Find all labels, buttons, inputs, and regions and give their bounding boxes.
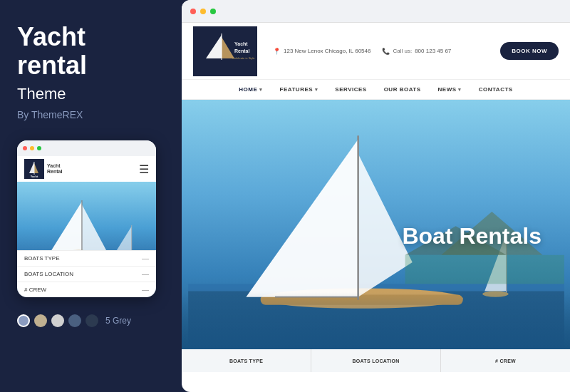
site-hero: Boat Rentals BOATS TYPE BOATS LOCATION #… bbox=[182, 100, 570, 372]
svg-marker-10 bbox=[116, 226, 132, 251]
filter-boats-location[interactable]: BOATS LOCATION bbox=[311, 349, 441, 372]
location-icon: 📍 bbox=[273, 48, 281, 55]
nav-news[interactable]: NEWS ▾ bbox=[438, 86, 462, 93]
color-swatch-5[interactable] bbox=[86, 314, 98, 327]
filter-crew[interactable]: # CREW bbox=[441, 349, 570, 372]
color-swatch-2[interactable] bbox=[34, 314, 47, 327]
hero-background: Boat Rentals BOATS TYPE BOATS LOCATION #… bbox=[182, 100, 570, 372]
hamburger-icon[interactable]: ☰ bbox=[139, 163, 149, 176]
theme-by: By ThemeREX bbox=[17, 109, 157, 120]
desktop-mockup: Yacht Rental Celebrate in Style 📍 123 Ne… bbox=[182, 0, 570, 392]
desktop-browser-bar bbox=[182, 0, 570, 23]
mobile-browser-bar bbox=[17, 140, 156, 156]
mobile-logo-icon: Yacht bbox=[24, 159, 44, 179]
left-panel: Yacht rental Theme By ThemeREX Yacht bbox=[0, 0, 175, 392]
color-label: 5 Grey bbox=[105, 316, 131, 326]
nav-contacts[interactable]: CONTACTS bbox=[479, 86, 513, 93]
color-swatches: 5 Grey bbox=[17, 314, 157, 327]
svg-text:Rental: Rental bbox=[234, 48, 249, 53]
mobile-nav: Yacht Yacht Rental ☰ bbox=[17, 156, 156, 182]
site-phone: 📞 Call us: 800 123 45 67 bbox=[382, 48, 451, 55]
nav-features[interactable]: FEATURES ▾ bbox=[280, 86, 318, 93]
book-now-button[interactable]: BOOK NOW bbox=[500, 42, 559, 60]
site-topbar: Yacht Rental Celebrate in Style 📍 123 Ne… bbox=[182, 23, 570, 80]
nav-services[interactable]: SERVICES bbox=[335, 86, 366, 93]
mobile-filter-label-2: BOATS LOCATION bbox=[24, 271, 73, 277]
desktop-site-content: Yacht Rental Celebrate in Style 📍 123 Ne… bbox=[182, 23, 570, 392]
nav-home-arrow: ▾ bbox=[259, 87, 263, 92]
mobile-filter-bars: BOATS TYPE — BOATS LOCATION — # CREW — bbox=[17, 250, 156, 297]
site-filterbar: BOATS TYPE BOATS LOCATION # CREW bbox=[182, 349, 570, 372]
nav-home[interactable]: HOME ▾ bbox=[239, 86, 262, 93]
mobile-filter-dash-3: — bbox=[142, 286, 149, 294]
nav-our-boats[interactable]: OUR BOATS bbox=[384, 86, 421, 93]
svg-rect-32 bbox=[405, 255, 564, 284]
desktop-dot-red bbox=[190, 9, 196, 14]
mobile-filter-crew[interactable]: # CREW — bbox=[17, 282, 156, 297]
svg-text:Yacht: Yacht bbox=[31, 175, 38, 178]
water-overlay bbox=[182, 292, 570, 349]
phone-text: 800 123 45 67 bbox=[415, 48, 451, 54]
site-address: 📍 123 New Lenox Chicago, IL 60546 bbox=[273, 48, 370, 55]
svg-text:Yacht: Yacht bbox=[234, 41, 248, 46]
mobile-logo-line1: Yacht bbox=[47, 163, 62, 169]
color-swatch-3[interactable] bbox=[51, 314, 64, 327]
nav-features-arrow: ▾ bbox=[315, 87, 318, 92]
mobile-dot-green bbox=[37, 146, 41, 150]
mobile-content: Yacht Yacht Rental ☰ bbox=[17, 156, 156, 297]
mobile-filter-dash-1: — bbox=[142, 254, 149, 262]
mobile-hero: Boat Rentals BOATS TYPE — BOATS LOCATION… bbox=[17, 182, 156, 297]
mobile-filter-label-3: # CREW bbox=[24, 287, 46, 293]
mobile-filter-boats-location[interactable]: BOATS LOCATION — bbox=[17, 266, 156, 282]
mobile-mockup: Yacht Yacht Rental ☰ bbox=[17, 140, 156, 297]
desktop-dot-green bbox=[210, 9, 216, 14]
svg-marker-23 bbox=[246, 140, 358, 297]
mobile-filter-boats-type[interactable]: BOATS TYPE — bbox=[17, 250, 156, 266]
svg-text:Celebrate in Style: Celebrate in Style bbox=[232, 56, 255, 60]
site-address-area: 📍 123 New Lenox Chicago, IL 60546 📞 Call… bbox=[266, 42, 559, 60]
site-logo-box: Yacht Rental Celebrate in Style bbox=[193, 26, 257, 76]
svg-marker-7 bbox=[82, 205, 107, 251]
site-navbar: HOME ▾ FEATURES ▾ SERVICES OUR BOATS NEW… bbox=[182, 80, 570, 100]
nav-news-arrow: ▾ bbox=[458, 87, 462, 92]
mobile-dot-red bbox=[23, 146, 27, 150]
color-swatch-4[interactable] bbox=[68, 314, 81, 327]
site-logo-svg: Yacht Rental Celebrate in Style bbox=[193, 31, 257, 71]
mobile-filter-dash-2: — bbox=[142, 270, 149, 278]
theme-subtitle: Theme bbox=[17, 85, 157, 103]
svg-marker-6 bbox=[51, 202, 82, 252]
mobile-logo-line2: Rental bbox=[47, 169, 62, 175]
phone-icon: 📞 bbox=[382, 48, 390, 55]
mobile-dot-yellow bbox=[30, 146, 34, 150]
desktop-dot-yellow bbox=[200, 9, 206, 14]
color-swatch-1[interactable] bbox=[17, 314, 30, 327]
address-text: 123 New Lenox Chicago, IL 60546 bbox=[284, 48, 370, 54]
filter-boats-type[interactable]: BOATS TYPE bbox=[182, 349, 311, 372]
mobile-logo: Yacht Yacht Rental bbox=[24, 159, 62, 179]
theme-title: Yacht rental bbox=[17, 23, 157, 79]
mobile-filter-label-1: BOATS TYPE bbox=[24, 255, 60, 262]
hero-title: Boat Rentals bbox=[402, 223, 542, 249]
